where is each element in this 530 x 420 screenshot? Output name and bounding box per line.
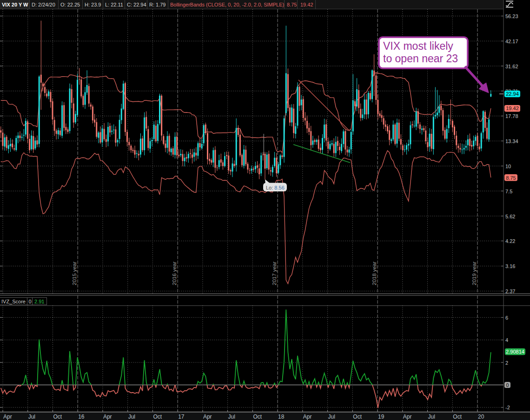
svg-text:VIX most likely: VIX most likely [383,40,453,52]
svg-text:0: 0 [506,382,509,388]
svg-text:4.22: 4.22 [505,238,515,244]
svg-text:Apr: Apr [103,413,112,420]
svg-text:2.91: 2.91 [34,299,44,304]
svg-text:2018 year: 2018 year [371,262,377,285]
svg-text:2016 year: 2016 year [172,262,177,285]
svg-text:Oct: Oct [353,413,362,420]
svg-text:2017 year: 2017 year [272,262,277,285]
svg-text:19: 19 [378,413,384,420]
svg-text:2.90814: 2.90814 [506,349,524,354]
svg-text:Oct: Oct [153,413,162,420]
svg-text:Oct: Oct [453,413,462,420]
svg-text:Jul: Jul [428,413,435,420]
svg-text:42.17: 42.17 [505,39,518,44]
svg-text:IVZ_Score: IVZ_Score [1,299,26,304]
svg-text:10: 10 [505,164,511,169]
svg-text:22.94: 22.94 [506,91,519,97]
svg-text:0: 0 [29,299,32,304]
svg-text:17: 17 [178,413,185,420]
svg-text:6: 6 [505,315,508,321]
svg-text:7.5: 7.5 [505,189,512,194]
svg-text:Jul: Jul [28,413,35,420]
svg-text:18: 18 [278,413,285,420]
svg-text:Apr: Apr [203,413,212,420]
svg-text:Jul: Jul [128,413,135,420]
svg-text:Jul: Jul [328,413,335,420]
svg-text:Apr: Apr [3,413,12,420]
svg-text:Apr: Apr [303,413,312,420]
svg-text:17.78: 17.78 [505,113,518,119]
svg-text:2015 year: 2015 year [72,262,77,285]
svg-text:5.62: 5.62 [505,214,515,219]
svg-text:Lo: 8.56: Lo: 8.56 [266,185,285,190]
svg-text:19.42: 19.42 [506,105,519,111]
svg-text:4: 4 [505,337,508,343]
svg-text:13.34: 13.34 [505,138,518,144]
svg-text:2.37: 2.37 [505,289,515,294]
svg-text:56.23: 56.23 [505,13,518,19]
svg-text:20: 20 [478,413,484,420]
svg-text:Oct: Oct [53,413,62,420]
svg-text:Jul: Jul [228,413,235,420]
svg-text:31.62: 31.62 [505,64,518,69]
svg-text:8.75: 8.75 [506,175,516,181]
svg-text:Oct: Oct [253,413,262,420]
svg-text:2: 2 [505,360,508,366]
svg-text:2019 year: 2019 year [471,262,477,285]
svg-text:3.16: 3.16 [505,263,515,269]
svg-text:16: 16 [78,413,85,420]
svg-text:to open near 23: to open near 23 [383,52,458,65]
svg-text:-2: -2 [505,405,510,410]
svg-text:Apr: Apr [403,413,412,420]
